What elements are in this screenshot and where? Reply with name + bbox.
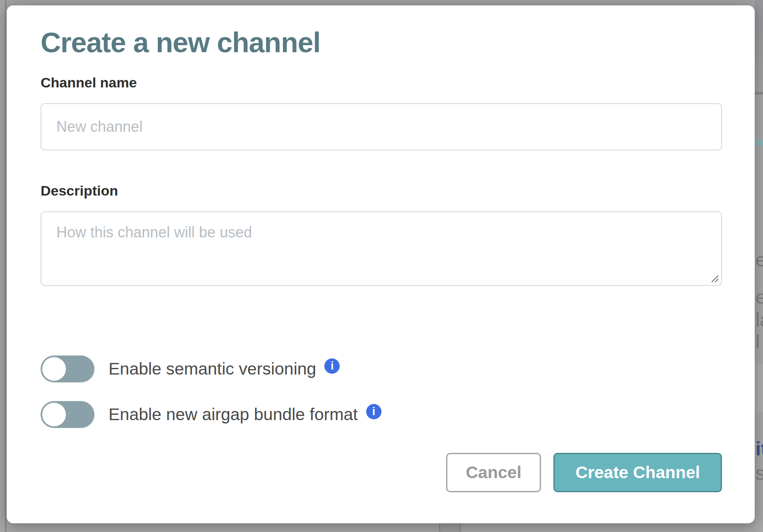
create-channel-modal: Create a new channel Channel name Descri… <box>7 5 755 523</box>
backdrop-text-fragment: l <box>756 331 760 353</box>
backdrop-text-fragment: la <box>756 309 763 331</box>
toggle-group: Enable semantic versioning i Enable new … <box>41 355 722 428</box>
backdrop-teal-accent <box>755 140 763 146</box>
textarea-resize-handle[interactable] <box>710 274 719 283</box>
info-icon[interactable]: i <box>324 358 340 374</box>
modal-title: Create a new channel <box>41 28 722 56</box>
airgap-bundle-row: Enable new airgap bundle format i <box>41 401 722 428</box>
semantic-versioning-row: Enable semantic versioning i <box>41 355 722 382</box>
backdrop-header-shade <box>755 0 763 92</box>
description-textarea-wrap <box>41 211 722 286</box>
modal-footer: Cancel Create Channel <box>41 453 722 492</box>
backdrop-light-band <box>755 364 763 412</box>
semantic-versioning-toggle[interactable] <box>41 355 94 382</box>
airgap-bundle-toggle[interactable] <box>41 401 94 428</box>
semantic-versioning-label: Enable semantic versioning <box>109 359 316 379</box>
backdrop-table-cell-edge <box>439 523 461 532</box>
backdrop-text-fragment: e <box>756 286 763 308</box>
backdrop-text-fragment: s <box>756 462 763 484</box>
description-label: Description <box>41 183 722 199</box>
backdrop-link-fragment: it <box>756 438 763 460</box>
backdrop-text-fragment: e <box>756 249 763 271</box>
toggle-knob <box>42 403 66 426</box>
backdrop-divider-line <box>755 92 763 94</box>
backdrop-top-strip <box>0 0 763 5</box>
info-icon[interactable]: i <box>366 404 382 419</box>
backdrop-right-strip: e e la l it s <box>755 0 763 532</box>
channel-name-label: Channel name <box>41 75 722 91</box>
channel-name-input[interactable] <box>41 103 722 150</box>
create-channel-button[interactable]: Create Channel <box>553 453 722 492</box>
airgap-bundle-label: Enable new airgap bundle format <box>109 405 358 424</box>
description-textarea[interactable] <box>41 211 722 286</box>
toggle-knob <box>42 357 66 381</box>
cancel-button[interactable]: Cancel <box>446 453 541 492</box>
